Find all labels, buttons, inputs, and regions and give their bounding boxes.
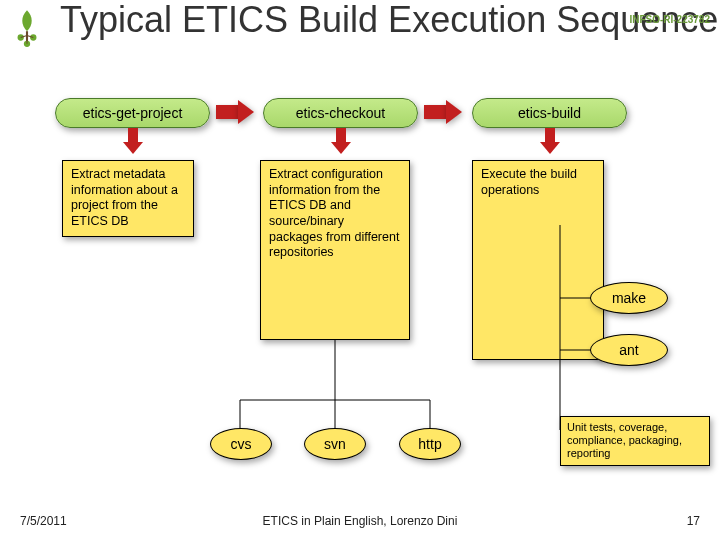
oval-http: http [399, 428, 461, 460]
footer-center: ETICS in Plain English, Lorenzo Dini [0, 514, 720, 528]
note-tests: Unit tests, coverage, compliance, packag… [560, 416, 710, 466]
oval-svn: svn [304, 428, 366, 460]
oval-ant: ant [590, 334, 668, 366]
footer-page: 17 [687, 514, 700, 528]
oval-cvs: cvs [210, 428, 272, 460]
oval-make: make [590, 282, 668, 314]
